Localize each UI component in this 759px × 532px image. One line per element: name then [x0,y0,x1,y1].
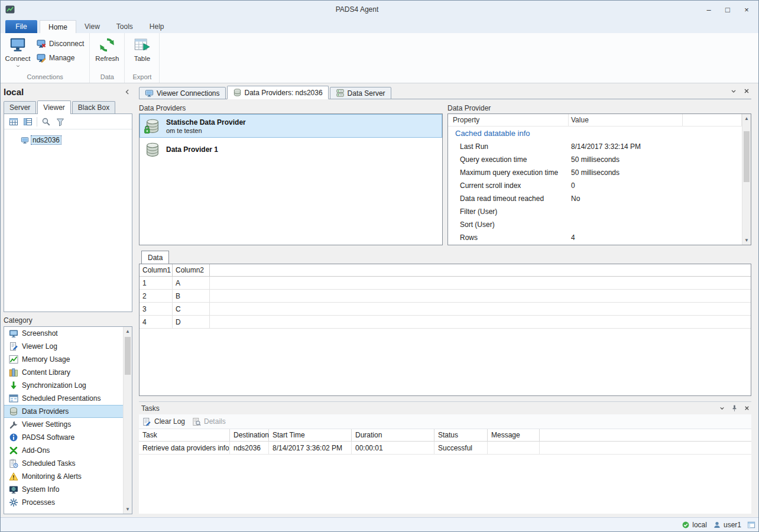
category-item-system-info[interactable]: System Info [4,483,132,496]
category-item-data-providers[interactable]: Data Providers [4,405,132,418]
sidebar-title: local [4,87,122,97]
status-server: local [682,521,707,529]
refresh-button[interactable]: Refresh [92,34,122,73]
table-export-button[interactable]: Table [126,34,157,73]
sidebar-tab-black-box[interactable]: Black Box [72,101,115,113]
property-row-rows: Rows4 [448,231,742,244]
value-column-header[interactable]: Value [569,114,683,126]
group-label-connections: Connections [2,73,87,83]
details-icon [192,417,201,426]
data-server-icon [336,89,345,98]
category-item-memory-usage[interactable]: Memory Usage [4,353,132,366]
disconnect-button[interactable]: Disconnect [33,37,87,50]
scroll-down-icon[interactable]: ▼ [742,236,751,245]
database-small-icon [233,88,242,97]
tasks-pin-icon[interactable] [731,404,738,412]
property-column-header[interactable]: Property [448,114,569,126]
tree-toolbar-grid-view-icon[interactable] [7,117,21,126]
tab-list-dropdown-icon[interactable] [730,87,737,95]
collapse-sidebar-button[interactable] [122,88,132,96]
tasks-column-header-message[interactable]: Message [488,429,540,441]
monitor-icon [145,89,154,98]
tasks-toolbar: Clear Log Details [139,414,751,429]
category-item-add-ons[interactable]: Add-Ons [4,444,132,457]
table-row: 2B [140,290,751,303]
provider-item-statische-data-provider[interactable]: Statische Data Providerom te testen [140,114,442,138]
provider-item-data-provider-1[interactable]: Data Provider 1 [140,138,442,161]
tree-toolbar-card-view-icon[interactable] [21,117,35,126]
tasks-column-header-task[interactable]: Task [139,429,230,441]
tasks-column-header-status[interactable]: Status [434,429,488,441]
tasks-column-header-duration[interactable]: Duration [352,429,434,441]
menu-tab-help[interactable]: Help [141,20,173,33]
scroll-up-icon[interactable]: ▲ [742,114,751,123]
close-button[interactable]: × [737,3,756,16]
ribbon: Connect Disconnect Manage Connections [1,33,758,83]
scrollbar-thumb[interactable] [744,131,750,182]
category-item-pads4-software[interactable]: PADS4 Software [4,431,132,444]
tree-toolbar-filter-icon[interactable] [53,117,67,126]
provider-description: om te testen [166,127,246,134]
database-icon [144,141,161,158]
close-tab-icon[interactable] [743,87,750,95]
tree-item-nds2036[interactable]: nds2036 [4,135,132,145]
document-tab-data-server[interactable]: Data Server [330,87,391,99]
pads4-software-icon [9,433,18,442]
column-header-column2[interactable]: Column2 [173,264,210,276]
tree-toolbar-search-icon[interactable] [39,117,53,126]
layout-icon[interactable] [747,521,755,529]
sidebar-tab-server[interactable]: Server [4,101,36,113]
file-tab[interactable]: File [5,20,37,33]
data-provider-panel: Data Provider Property Value Cached data… [447,102,751,245]
category-item-screenshot[interactable]: Screenshot [4,327,132,340]
data-tab[interactable]: Data [141,251,169,264]
details-button[interactable]: Details [192,417,226,426]
tasks-dropdown-icon[interactable] [719,405,725,411]
tasks-column-header-destination[interactable]: Destination [230,429,269,441]
scrollbar-thumb[interactable] [125,337,131,375]
clear-log-button[interactable]: Clear Log [142,417,185,426]
memory-usage-icon [9,355,18,364]
property-row-data-read-timeout-reached: Data read timeout reachedNo [448,192,742,205]
tasks-close-icon[interactable] [744,405,750,411]
monitoring-alerts-icon [9,472,18,481]
column-header-column1[interactable]: Column1 [140,264,173,276]
data-providers-label: Data Providers [139,102,443,113]
minimize-button[interactable]: – [699,3,718,16]
tasks-column-header-start-time[interactable]: Start Time [269,429,352,441]
scroll-up-icon[interactable]: ▲ [124,327,132,336]
category-item-scheduled-tasks[interactable]: Scheduled Tasks [4,457,132,470]
scroll-down-icon[interactable]: ▼ [124,505,132,514]
category-item-synchronization-log[interactable]: Synchronization Log [4,379,132,392]
monitor-icon [21,136,29,144]
category-item-monitoring-alerts[interactable]: Monitoring & Alerts [4,470,132,483]
category-item-viewer-settings[interactable]: Viewer Settings [4,418,132,431]
category-scrollbar[interactable]: ▲ ▼ [123,327,132,514]
maximize-button[interactable]: □ [718,3,737,16]
search-icon [41,117,51,126]
category-item-content-library[interactable]: Content Library [4,366,132,379]
category-item-processes[interactable]: Processes [4,496,132,509]
ribbon-group-connections: Connect Disconnect Manage Connections [1,33,90,83]
sidebar-tab-viewer[interactable]: Viewer [37,100,70,114]
window-controls: –□× [699,3,756,16]
group-label-export: Export [126,73,157,83]
menu-tab-tools[interactable]: Tools [108,20,141,33]
properties-scrollbar[interactable]: ▲ ▼ [742,114,751,245]
document-tab-viewer-connections[interactable]: Viewer Connections [139,87,226,99]
menu-tab-home[interactable]: Home [40,20,76,33]
tasks-panel: Tasks Clear Log Details [139,401,751,514]
sidebar: local ServerViewerBlack Box nds2036 Cate… [1,83,134,517]
viewer-log-icon [9,342,18,351]
manage-button[interactable]: Manage [33,51,87,64]
category-item-scheduled-presentations[interactable]: Scheduled Presentations [4,392,132,405]
property-row-query-execution-time: Query execution time50 milliseconds [448,153,742,166]
tree-toolbar [4,114,132,129]
category-item-viewer-log[interactable]: Viewer Log [4,340,132,353]
connect-icon [9,36,27,54]
connect-button[interactable]: Connect [2,34,33,73]
menu-tab-view[interactable]: View [76,20,108,33]
provider-name: Data Provider 1 [166,145,218,154]
clear-log-icon [142,417,151,426]
document-tab-data-providers-nds2036[interactable]: Data Providers: nds2036 [227,86,329,99]
